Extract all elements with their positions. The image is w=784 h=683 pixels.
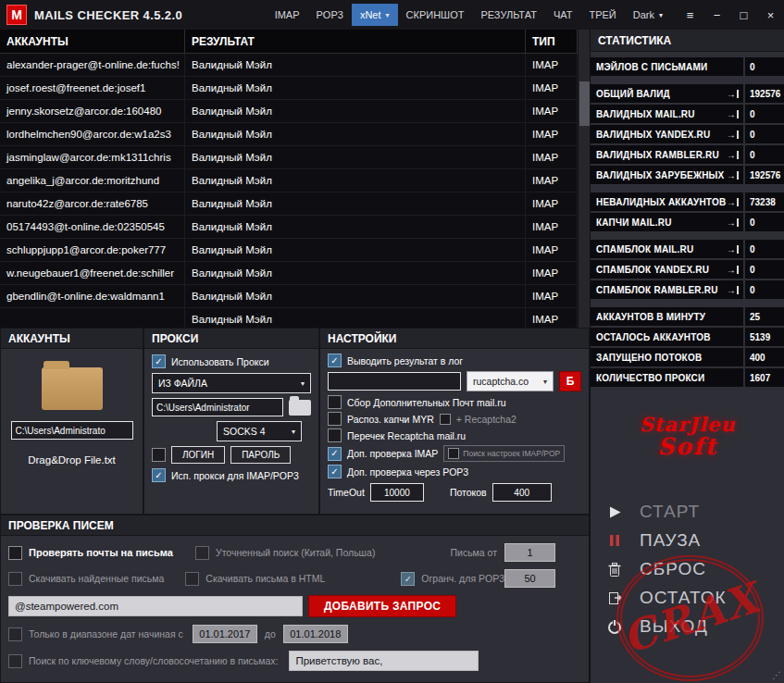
captcha-service-select[interactable]: rucaptcha.co ▾ xyxy=(467,371,554,391)
date-range-checkbox[interactable] xyxy=(8,627,22,641)
maximize-button[interactable]: □ xyxy=(730,0,757,30)
minimize-button[interactable]: − xyxy=(703,0,730,30)
close-button[interactable]: × xyxy=(757,0,784,30)
proxy-type-select[interactable]: SOCKS 4 ▾ xyxy=(217,421,302,441)
col-header-type[interactable]: ТИП xyxy=(526,30,578,53)
proxy-source-select[interactable]: ИЗ ФАЙЛА ▾ xyxy=(152,373,311,393)
keyword-search-checkbox[interactable] xyxy=(8,654,22,668)
hamburger-menu-icon[interactable]: ≡ xyxy=(677,0,703,30)
menu-theme[interactable]: Dark ▾ xyxy=(625,4,671,26)
threads-label: Потоков xyxy=(450,487,487,498)
export-arrow-icon[interactable]: → xyxy=(727,197,739,207)
table-row[interactable]: gbendlin@t-online.de:waldmann1Валидный М… xyxy=(0,285,578,308)
export-arrow-icon[interactable]: → xyxy=(727,170,739,180)
brand-logo-line2: Soft xyxy=(591,435,784,459)
date-from-input[interactable] xyxy=(193,625,257,643)
export-arrow-icon[interactable]: → xyxy=(727,285,739,295)
result-cell: Валидный Мэйл xyxy=(185,216,526,238)
download-html-checkbox[interactable] xyxy=(185,572,199,586)
table-row[interactable]: w.neugebauer1@freenet.de:schillerВалидны… xyxy=(0,262,578,285)
password-button[interactable]: ПАРОЛЬ xyxy=(230,446,291,464)
rest-button[interactable]: ОСТАТОК xyxy=(591,584,784,612)
export-arrow-icon[interactable]: → xyxy=(727,217,739,228)
folder-icon[interactable] xyxy=(42,367,103,410)
menu-imap[interactable]: IMAP xyxy=(267,4,308,26)
imap-check-checkbox[interactable] xyxy=(328,447,342,461)
export-arrow-icon[interactable]: → xyxy=(727,109,739,119)
refined-search-checkbox[interactable] xyxy=(195,546,209,560)
search-query-input[interactable] xyxy=(8,596,303,616)
balance-button[interactable]: Б xyxy=(559,371,581,391)
type-cell: IMAP xyxy=(526,54,578,76)
collect-extra-mails-label: Сбор Дополнительных Почт mail.ru xyxy=(347,397,506,408)
menu-pop3[interactable]: POP3 xyxy=(308,4,352,26)
pop3-check-checkbox[interactable] xyxy=(328,465,342,478)
threads-input[interactable] xyxy=(492,483,552,502)
keyword-input[interactable] xyxy=(289,651,479,671)
action-buttons: СТАРТ ПАУЗА СБРОС ОСТАТОК xyxy=(591,498,784,640)
login-button[interactable]: ЛОГИН xyxy=(171,446,225,464)
chevron-down-icon: ▾ xyxy=(292,428,295,436)
log-output-checkbox[interactable] xyxy=(328,354,342,367)
col-header-result[interactable]: РЕЗУЛЬТАТ xyxy=(185,30,526,53)
stat-value: 25 xyxy=(745,307,784,326)
col-header-accounts[interactable]: АККАУНТЫ xyxy=(0,30,185,53)
account-cell: angelika_j@arcor.de:moritzhund xyxy=(0,169,185,192)
resize-grip[interactable]: ⋰ xyxy=(772,670,781,680)
recheck-recaptcha-checkbox[interactable] xyxy=(328,428,342,442)
scrollbar-thumb[interactable] xyxy=(579,81,590,126)
recaptcha2-checkbox[interactable] xyxy=(440,414,451,425)
table-row[interactable]: lordhelmchen90@arcor.de:w1a2s3Валидный М… xyxy=(0,123,578,146)
export-arrow-icon[interactable]: → xyxy=(727,89,739,99)
table-row[interactable]: schluppjupp1@arcor.de:poker777Валидный М… xyxy=(0,239,578,262)
menu-chat[interactable]: ЧАТ xyxy=(545,4,581,26)
table-row[interactable]: jenny.skorsetz@arcor.de:160480Валидный М… xyxy=(0,100,578,123)
date-to-input[interactable] xyxy=(283,625,348,643)
letters-from-input[interactable] xyxy=(504,543,555,562)
menu-screenshot[interactable]: СКРИНШОТ xyxy=(398,4,473,26)
menu-tray[interactable]: ТРЕЙ xyxy=(580,4,624,26)
download-found-checkbox[interactable] xyxy=(8,572,22,586)
export-arrow-icon[interactable]: → xyxy=(727,265,739,275)
chevron-down-icon: ▾ xyxy=(543,378,547,386)
menu-xnet[interactable]: xNet ▾ xyxy=(352,4,398,26)
imap-settings-checkbox[interactable] xyxy=(448,448,459,459)
refined-search-label: Уточненный поиск (Китай, Польша) xyxy=(216,547,375,558)
proxy-path-input[interactable] xyxy=(152,398,283,416)
exit-button[interactable]: ВЫХОД xyxy=(591,613,784,640)
export-arrow-icon[interactable]: → xyxy=(727,150,739,160)
table-row[interactable]: 05174493@t-online.de:02350545Валидный Мэ… xyxy=(0,216,578,239)
proxy-auth-checkbox[interactable] xyxy=(152,448,166,462)
pop3-limit-checkbox[interactable] xyxy=(401,572,415,586)
menu-result[interactable]: РЕЗУЛЬТАТ xyxy=(472,4,544,26)
timeout-input[interactable] xyxy=(370,483,424,502)
reset-button[interactable]: СБРОС xyxy=(591,555,784,583)
stat-label: СПАМБЛОК RAMBLER.RU xyxy=(596,285,718,295)
table-row[interactable]: josef.roest@freenet.de:josef1Валидный Мэ… xyxy=(0,77,578,100)
stat-value: 1607 xyxy=(745,368,784,387)
accounts-path-input[interactable] xyxy=(11,421,133,440)
myr-captcha-checkbox[interactable] xyxy=(328,412,342,426)
table-row[interactable]: naruto42z@arcor.de:rate6785Валидный Мэйл… xyxy=(0,192,578,216)
table-row[interactable]: jasminglaw@arcor.de:mk1311chrisВалидный … xyxy=(0,146,578,169)
stat-label: ЗАПУЩЕНО ПОТОКОВ xyxy=(596,353,702,363)
add-query-button[interactable]: ДОБАВИТЬ ЗАПРОС xyxy=(308,595,456,617)
use-proxy-checkbox[interactable] xyxy=(152,354,166,368)
pop3-limit-input[interactable] xyxy=(504,569,555,588)
collect-extra-mails-checkbox[interactable] xyxy=(328,395,342,409)
table-row[interactable]: alexander-prager@t-online.de:fuchs!Валид… xyxy=(0,54,578,77)
table-scrollbar[interactable] xyxy=(578,30,590,328)
check-mails-checkbox[interactable] xyxy=(8,546,22,560)
stat-value: 0 xyxy=(745,260,784,279)
account-cell: w.neugebauer1@freenet.de:schiller xyxy=(0,262,185,284)
proxy-for-imap-checkbox[interactable] xyxy=(152,468,166,482)
export-arrow-icon[interactable]: → xyxy=(727,244,739,255)
type-cell: IMAP xyxy=(526,216,578,238)
start-button[interactable]: СТАРТ xyxy=(591,498,784,526)
table-row[interactable]: Валидный МэйлIMAP xyxy=(0,308,578,328)
export-arrow-icon[interactable]: → xyxy=(727,130,739,140)
pause-button[interactable]: ПАУЗА xyxy=(591,527,784,554)
table-row[interactable]: angelika_j@arcor.de:moritzhundВалидный М… xyxy=(0,169,578,192)
captcha-key-input[interactable] xyxy=(328,372,461,391)
browse-folder-icon[interactable] xyxy=(289,400,311,416)
